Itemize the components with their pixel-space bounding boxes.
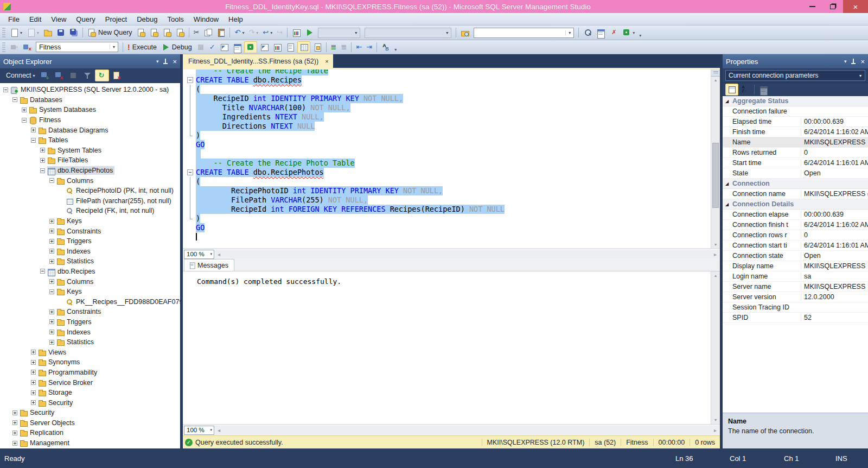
navigate-forward-button[interactable]: ↪ (275, 28, 284, 37)
category-collapse-icon[interactable]: ◢ (723, 202, 731, 207)
stop-button[interactable] (195, 42, 207, 53)
tree-item-body[interactable]: Indexes (56, 247, 92, 256)
property-row[interactable]: Connection finish t6/24/2014 1:16:02 AM (723, 220, 868, 230)
tree-expander-icon[interactable]: + (49, 319, 54, 324)
tree-item[interactable]: +Columns (0, 276, 180, 287)
tree-expander-icon[interactable]: + (49, 330, 54, 334)
tree-item-body[interactable]: Database Diagrams (38, 126, 110, 135)
property-row[interactable]: Connection nameMKII\SQLEXPRESS (sa) (723, 189, 868, 199)
results-to-text-button[interactable] (284, 42, 296, 53)
tree-expander-icon[interactable]: + (12, 431, 17, 435)
tree-item[interactable]: −dbo.RecipePhotos (0, 166, 180, 176)
toolbar-overflow-icon[interactable]: ▾ (639, 33, 641, 40)
outline-margin[interactable] (183, 214, 196, 223)
tree-item[interactable]: −Databases (0, 95, 180, 105)
toolbar-combo-1[interactable]: ▾ (318, 28, 360, 38)
properties-window-button[interactable] (595, 27, 607, 38)
tree-expander-icon[interactable]: + (31, 380, 36, 385)
menu-view[interactable]: View (46, 14, 71, 24)
increase-indent-button[interactable]: ⇥ (365, 42, 374, 52)
editor-splitter-handle[interactable] (711, 69, 720, 77)
tree-expander-icon[interactable]: + (49, 259, 54, 264)
specify-values-button[interactable] (380, 42, 392, 53)
scroll-up-icon[interactable]: ▴ (711, 78, 720, 83)
tree-item-body[interactable]: Programmability (38, 368, 99, 377)
tree-item[interactable]: −Fitness (0, 115, 180, 125)
tree-item[interactable]: −MKII\SQLEXPRESS (SQL Server 12.0.2000 -… (0, 85, 180, 95)
copy-button[interactable] (202, 27, 214, 38)
tree-item-body[interactable]: System Databases (29, 105, 98, 114)
tree-expander-icon[interactable]: + (31, 370, 36, 375)
tab-messages[interactable]: Messages (184, 259, 234, 271)
property-row[interactable]: Session Tracing ID (723, 302, 868, 313)
tree-item-body[interactable]: Databases (20, 96, 64, 104)
tree-item[interactable]: +Indexes (0, 327, 180, 337)
tree-item-body[interactable]: Service Broker (38, 378, 94, 387)
tree-item[interactable]: +FileTables (0, 155, 180, 166)
results-to-file-button[interactable] (311, 42, 323, 53)
tree-item-body[interactable]: Views (38, 348, 68, 357)
toolbar-combo-2[interactable]: ▾ (365, 28, 451, 38)
outline-margin[interactable] (183, 131, 196, 140)
results-to-grid-button[interactable] (297, 41, 310, 53)
editor-scrollbar-thumb[interactable] (712, 143, 719, 208)
tree-expander-icon[interactable]: + (49, 219, 54, 224)
scroll-down-icon[interactable]: ▾ (711, 418, 720, 422)
messages-zoom-combo[interactable]: 100 % ▾ (184, 426, 214, 435)
pin-icon[interactable] (163, 59, 168, 65)
tree-item[interactable]: −Columns (0, 175, 180, 186)
tree-item-body[interactable]: Triggers (56, 237, 93, 245)
add-item-button[interactable]: ▾ (25, 27, 41, 38)
menu-help[interactable]: Help (224, 14, 248, 24)
tree-item-body[interactable]: Security (38, 399, 74, 407)
tree-item[interactable]: +Security (0, 408, 180, 418)
tree-expander-icon[interactable]: + (31, 390, 36, 395)
editor-zoom-combo[interactable]: 100 % ▾ (184, 250, 214, 259)
tree-item[interactable]: +Indexes (0, 246, 180, 257)
tree-item-body[interactable]: Keys (56, 287, 84, 296)
tree-item-body[interactable]: Statistics (56, 338, 95, 346)
decrease-indent-button[interactable]: ⇤ (354, 42, 363, 52)
tree-item-body[interactable]: MKII\SQLEXPRESS (SQL Server 12.0.2000 - … (10, 85, 170, 94)
tree-expander-icon[interactable]: − (40, 168, 45, 173)
connect-object-explorer-button[interactable] (39, 70, 52, 81)
tree-item[interactable]: +Statistics (0, 337, 180, 347)
outline-margin[interactable]: − (183, 168, 196, 177)
tree-item[interactable]: +System Tables (0, 146, 180, 156)
tree-expander-icon[interactable]: + (49, 229, 54, 233)
tree-item[interactable]: +System Databases (0, 105, 180, 115)
tree-expander-icon[interactable]: + (49, 309, 54, 314)
cut-button[interactable]: ✂ (192, 28, 201, 37)
messages-vertical-scrollbar[interactable]: ▴ ▾ (711, 271, 720, 424)
property-row[interactable]: Connection failure (723, 106, 868, 117)
property-row[interactable]: NameMKII\SQLEXPRESS (723, 137, 868, 148)
tree-item-body[interactable]: PK__Recipes__FDD988D0EAF079BD (66, 298, 180, 306)
available-databases-combo[interactable]: Fitness▾ (36, 42, 118, 52)
menu-window[interactable]: Window (189, 14, 224, 24)
include-actual-plan-button[interactable] (258, 42, 270, 53)
tree-item[interactable]: +Views (0, 347, 180, 357)
menu-project[interactable]: Project (100, 14, 132, 24)
property-row[interactable]: Server version12.0.2000 (723, 292, 868, 302)
sql-code-editor[interactable]: -- Create the Recipe Table−CREATE TABLE … (183, 69, 720, 248)
tab-close-icon[interactable]: × (325, 58, 328, 65)
category-collapse-icon[interactable]: ◢ (723, 99, 731, 104)
menu-edit[interactable]: Edit (24, 14, 46, 24)
open-file-button[interactable] (42, 27, 54, 38)
menu-query[interactable]: Query (71, 14, 100, 24)
tree-item[interactable]: −dbo.Recipes (0, 267, 180, 277)
toolbox-button[interactable] (608, 27, 620, 38)
tree-item[interactable]: RecipePhotoID (PK, int, not null) (0, 186, 180, 196)
property-row[interactable]: Elapsed time00:00:00.639 (723, 117, 868, 127)
scroll-down-icon[interactable]: ▾ (711, 242, 720, 247)
comment-out-button[interactable]: ≣ (329, 42, 339, 52)
analysis-xmla-query-button[interactable] (174, 27, 186, 38)
property-category[interactable]: ◢Aggregate Status (723, 96, 868, 106)
tree-item-body[interactable]: RecipeId (FK, int, not null) (66, 206, 156, 215)
save-all-button[interactable] (68, 27, 80, 38)
menu-tools[interactable]: Tools (163, 14, 189, 24)
navigate-backward-button[interactable]: ↩▾ (261, 28, 274, 37)
tree-item-body[interactable]: Constraints (56, 307, 103, 316)
outline-margin[interactable] (183, 85, 196, 94)
close-panel-icon[interactable]: × (860, 58, 865, 66)
